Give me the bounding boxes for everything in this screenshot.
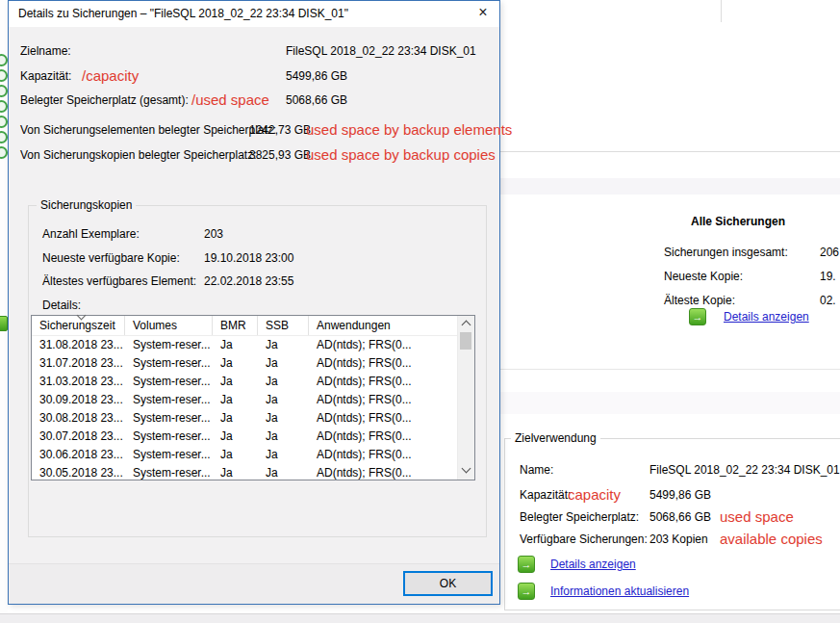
annotation-capacity: capacity bbox=[568, 486, 621, 503]
table-cell: Ja bbox=[258, 409, 309, 428]
list-row-band bbox=[500, 392, 840, 414]
field-label: Älteste Kopie: bbox=[664, 294, 735, 307]
green-arrow-icon[interactable]: → bbox=[689, 308, 706, 325]
informationen-aktualisieren-link[interactable]: Informationen aktualisieren bbox=[550, 584, 689, 598]
table-cell: Ja bbox=[213, 464, 258, 480]
table-row[interactable]: 30.06.2018 23...System-reser...JaJaAD(nt… bbox=[32, 446, 458, 464]
table-cell: Ja bbox=[213, 409, 258, 428]
table-row[interactable]: 31.03.2018 23...System-reser...JaJaAD(nt… bbox=[32, 373, 458, 391]
all-backups-heading: Alle Sicherungen bbox=[691, 215, 785, 228]
green-arrow-icon[interactable]: → bbox=[518, 556, 535, 573]
field-value: 22.02.2018 23:55 bbox=[204, 274, 293, 288]
groupbox-title: Sicherungskopien bbox=[37, 198, 136, 212]
details-label: Details: bbox=[42, 299, 81, 312]
status-circle-icon bbox=[0, 54, 8, 66]
close-icon[interactable]: × bbox=[467, 1, 499, 26]
status-circle-icon bbox=[0, 146, 8, 159]
field-value: 3825,93 GB bbox=[249, 148, 311, 162]
section-divider bbox=[500, 369, 840, 370]
field-label: Anzahl Exemplare: bbox=[42, 227, 140, 241]
table-cell: AD(ntds); FRS(0... bbox=[309, 336, 453, 354]
table-cell: 31.07.2018 23... bbox=[32, 354, 125, 373]
field-value: 19.10.2018 23:00 bbox=[204, 251, 293, 265]
field-label: Belegter Speicherplatz: bbox=[520, 510, 639, 524]
background-left-sliver bbox=[0, 0, 8, 613]
table-cell: System-reser... bbox=[125, 446, 213, 464]
ok-button[interactable]: OK bbox=[403, 571, 493, 596]
list-row-band bbox=[500, 178, 840, 195]
details-anzeigen-link[interactable]: Details anzeigen bbox=[550, 558, 636, 571]
table-cell: System-reser... bbox=[125, 391, 213, 409]
table-cell: AD(ntds); FRS(0... bbox=[309, 409, 453, 428]
field-label: Neueste Kopie: bbox=[664, 270, 743, 283]
backup-table-body: 31.08.2018 23...System-reser...JaJaAD(nt… bbox=[32, 336, 458, 480]
scrollbar[interactable] bbox=[457, 316, 474, 480]
table-cell: 30.06.2018 23... bbox=[32, 446, 125, 464]
annotation-used-space: used space bbox=[720, 508, 794, 525]
field-label: Sicherungen insgesamt: bbox=[664, 246, 788, 259]
details-anzeigen-link[interactable]: Details anzeigen bbox=[724, 310, 809, 324]
table-cell: System-reser... bbox=[125, 428, 213, 446]
scroll-up-icon[interactable] bbox=[462, 321, 471, 330]
status-circle-icon bbox=[0, 100, 8, 113]
table-cell: Ja bbox=[213, 336, 258, 354]
field-label: Kapazität: bbox=[520, 488, 571, 502]
table-cell: Ja bbox=[258, 446, 309, 464]
field-label: Name: bbox=[520, 463, 553, 477]
field-value: 203 Kopien bbox=[649, 532, 708, 546]
table-row[interactable]: 30.09.2018 23...System-reser...JaJaAD(nt… bbox=[32, 391, 458, 409]
field-value: 5499,86 GB bbox=[286, 69, 347, 83]
table-row[interactable]: 30.07.2018 23...System-reser...JaJaAD(nt… bbox=[32, 428, 458, 446]
status-circle-icon bbox=[0, 85, 8, 97]
table-row[interactable]: 31.08.2018 23...System-reser...JaJaAD(nt… bbox=[32, 336, 458, 354]
screenshot-root: Alle Sicherungen Sicherungen insgesamt: … bbox=[0, 0, 840, 623]
column-header-volumes[interactable]: Volumes bbox=[125, 316, 213, 335]
column-header-anwendungen[interactable]: Anwendungen bbox=[309, 316, 453, 335]
column-divider bbox=[721, 0, 722, 22]
field-value: FileSQL 2018_02_22 23:34 DISK_01 bbox=[286, 44, 476, 58]
green-arrow-icon[interactable]: → bbox=[518, 583, 535, 600]
table-row[interactable]: 30.08.2018 23...System-reser...JaJaAD(nt… bbox=[32, 409, 458, 428]
status-circle-icon bbox=[0, 131, 8, 143]
background-window: Alle Sicherungen Sicherungen insgesamt: … bbox=[500, 0, 840, 623]
field-label: Von Sicherungskopien belegter Speicherpl… bbox=[20, 148, 257, 162]
field-label: Ältestes verfügbares Element: bbox=[42, 274, 196, 288]
scroll-down-icon[interactable] bbox=[462, 464, 471, 474]
table-cell: AD(ntds); FRS(0... bbox=[309, 354, 453, 373]
table-row[interactable]: 31.07.2018 23...System-reser...JaJaAD(nt… bbox=[32, 354, 458, 373]
table-cell: Ja bbox=[258, 464, 309, 480]
column-header-ssb[interactable]: SSB bbox=[258, 316, 309, 335]
field-value: FileSQL 2018_02_22 23:34 DISK_01 bbox=[649, 463, 840, 477]
taskbar-strip bbox=[0, 613, 840, 623]
field-value: 5068,66 GB bbox=[286, 93, 347, 107]
field-label: Kapazität: bbox=[20, 69, 71, 83]
field-label: Neueste verfügbare Kopie: bbox=[42, 251, 180, 265]
table-cell: Ja bbox=[213, 446, 258, 464]
field-value: 203 bbox=[204, 227, 223, 241]
annotation-capacity: /capacity bbox=[82, 67, 139, 84]
status-green-icon bbox=[0, 316, 8, 331]
target-usage-title: Zielverwendung bbox=[511, 431, 600, 445]
table-cell: System-reser... bbox=[125, 354, 213, 373]
dialog-title: Details zu Sicherungen – "FileSQL 2018_0… bbox=[18, 1, 348, 27]
table-cell: 30.09.2018 23... bbox=[32, 391, 125, 409]
backup-table: SicherungszeitVolumesBMRSSBAnwendungen 3… bbox=[31, 315, 475, 480]
table-cell: AD(ntds); FRS(0... bbox=[309, 428, 453, 446]
column-header-bmr[interactable]: BMR bbox=[213, 316, 258, 335]
field-value: 19. bbox=[820, 270, 836, 283]
field-value: 5499,86 GB bbox=[649, 488, 711, 502]
dialog-titlebar[interactable]: Details zu Sicherungen – "FileSQL 2018_0… bbox=[9, 1, 499, 27]
scrollbar-thumb[interactable] bbox=[460, 332, 471, 350]
table-cell: Ja bbox=[258, 336, 309, 354]
table-cell: 31.08.2018 23... bbox=[32, 336, 125, 354]
backup-table-header: SicherungszeitVolumesBMRSSBAnwendungen bbox=[32, 316, 458, 336]
field-value: 206 bbox=[820, 246, 839, 259]
table-cell: AD(ntds); FRS(0... bbox=[309, 464, 453, 480]
column-header-sicherungszeit[interactable]: Sicherungszeit bbox=[32, 316, 125, 335]
table-cell: Ja bbox=[258, 373, 309, 391]
table-cell: AD(ntds); FRS(0... bbox=[309, 446, 453, 464]
table-row[interactable]: 30.05.2018 23...System-reser...JaJaAD(nt… bbox=[32, 464, 458, 480]
annotation-available-copies: available copies bbox=[720, 531, 823, 547]
backup-copies-groupbox: Sicherungskopien Anzahl Exemplare: 203 N… bbox=[28, 205, 487, 537]
table-cell: Ja bbox=[213, 354, 258, 373]
